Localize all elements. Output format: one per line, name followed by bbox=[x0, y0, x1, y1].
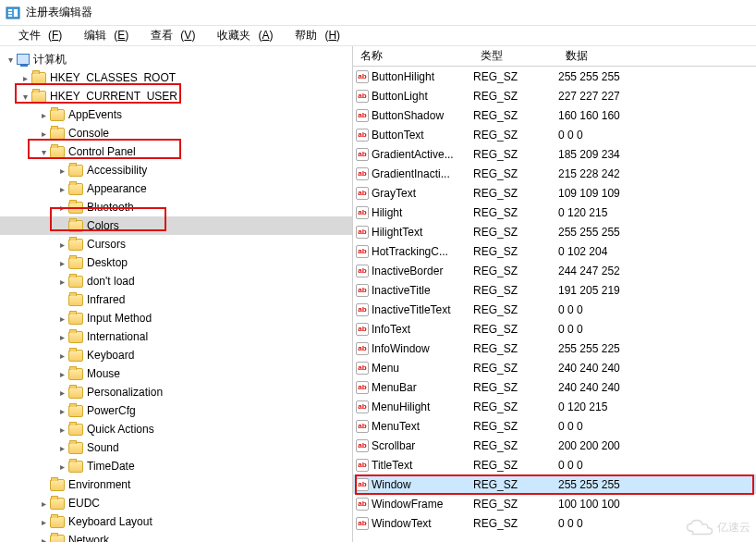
tree-item-sound[interactable]: ▸Sound bbox=[0, 438, 352, 457]
value-row[interactable]: abMenuBarREG_SZ240 240 240 bbox=[353, 377, 756, 397]
value-row[interactable]: abInactiveTitleREG_SZ191 205 219 bbox=[353, 280, 756, 300]
value-row[interactable]: abGrayTextREG_SZ109 109 109 bbox=[353, 183, 756, 203]
string-value-icon: ab bbox=[353, 90, 372, 103]
col-data[interactable]: 数据 bbox=[558, 46, 756, 66]
expand-icon[interactable]: ▸ bbox=[55, 406, 68, 416]
expand-icon[interactable]: ▸ bbox=[55, 184, 68, 194]
tree-item-desktop[interactable]: ▸Desktop bbox=[0, 253, 352, 272]
menu-help[interactable]: 帮助(H) bbox=[280, 26, 348, 45]
folder-icon bbox=[50, 498, 65, 510]
value-row[interactable]: abButtonLightREG_SZ227 227 227 bbox=[353, 86, 756, 105]
menu-favorites[interactable]: 收藏夹(A) bbox=[202, 26, 280, 45]
value-row[interactable]: abMenuREG_SZ240 240 240 bbox=[353, 358, 756, 377]
expand-icon[interactable]: ▸ bbox=[55, 277, 68, 287]
value-row[interactable]: abScrollbarREG_SZ200 200 200 bbox=[353, 436, 756, 455]
expand-icon[interactable]: ▸ bbox=[55, 351, 68, 361]
folder-icon bbox=[68, 276, 83, 288]
expand-icon[interactable]: ▸ bbox=[37, 536, 50, 543]
tree-item-cursors[interactable]: ▸Cursors bbox=[0, 235, 352, 253]
folder-icon bbox=[68, 183, 83, 195]
tree-keyboard-layout[interactable]: ▸Keyboard Layout bbox=[0, 512, 352, 531]
expand-icon[interactable]: ▸ bbox=[55, 425, 68, 435]
expand-icon[interactable]: ▸ bbox=[18, 73, 31, 83]
value-row[interactable]: abInactiveTitleTextREG_SZ0 0 0 bbox=[353, 300, 756, 319]
tree-hkcu[interactable]: ▾HKEY_CURRENT_USER bbox=[0, 87, 352, 105]
expand-icon[interactable]: ▸ bbox=[37, 110, 50, 120]
value-row[interactable]: abInfoTextREG_SZ0 0 0 bbox=[353, 319, 756, 339]
col-type[interactable]: 类型 bbox=[473, 46, 558, 66]
value-row[interactable]: abInfoWindowREG_SZ255 255 225 bbox=[353, 339, 756, 358]
folder-icon bbox=[68, 461, 83, 473]
expand-icon[interactable]: ▸ bbox=[55, 314, 68, 324]
value-row[interactable]: abButtonTextREG_SZ0 0 0 bbox=[353, 125, 756, 144]
registry-tree[interactable]: ▾ 计算机 ▸HKEY_CLASSES_ROOT ▾HKEY_CURRENT_U… bbox=[0, 46, 353, 542]
collapse-icon[interactable]: ▾ bbox=[18, 92, 31, 102]
expand-icon[interactable]: ▸ bbox=[55, 166, 68, 176]
expand-icon[interactable]: ▸ bbox=[55, 369, 68, 379]
tree-item-appearance[interactable]: ▸Appearance bbox=[0, 179, 352, 198]
tree-item-powercfg[interactable]: ▸PowerCfg bbox=[0, 401, 352, 420]
tree-eudc[interactable]: ▸EUDC bbox=[0, 494, 352, 512]
expand-icon[interactable]: ▸ bbox=[55, 388, 68, 398]
folder-icon bbox=[68, 442, 83, 454]
tree-item-colors[interactable]: Colors bbox=[0, 216, 352, 235]
value-row[interactable]: abWindowFrameREG_SZ100 100 100 bbox=[353, 494, 756, 513]
value-list[interactable]: 名称 类型 数据 abButtonHilightREG_SZ255 255 25… bbox=[353, 46, 756, 542]
tree-item-infrared[interactable]: Infrared bbox=[0, 290, 352, 309]
tree-hkcr[interactable]: ▸HKEY_CLASSES_ROOT bbox=[0, 68, 352, 87]
value-row[interactable]: abMenuHilightREG_SZ0 120 215 bbox=[353, 397, 756, 416]
string-value-icon: ab bbox=[353, 517, 372, 530]
tree-item-bluetooth[interactable]: ▸Bluetooth bbox=[0, 198, 352, 216]
value-row[interactable]: abMenuTextREG_SZ0 0 0 bbox=[353, 416, 756, 436]
expand-icon[interactable]: ▸ bbox=[37, 517, 50, 527]
tree-console[interactable]: ▸Console bbox=[0, 124, 352, 142]
folder-icon bbox=[68, 294, 83, 306]
value-row[interactable]: abHilightTextREG_SZ255 255 255 bbox=[353, 222, 756, 241]
menu-file[interactable]: 文件(F) bbox=[4, 26, 69, 45]
folder-icon bbox=[68, 387, 83, 399]
expand-icon[interactable]: ▸ bbox=[55, 258, 68, 268]
value-row[interactable]: abButtonHilightREG_SZ255 255 255 bbox=[353, 67, 756, 86]
value-row[interactable]: abButtonShadowREG_SZ160 160 160 bbox=[353, 105, 756, 125]
menu-view[interactable]: 查看(V) bbox=[136, 26, 202, 45]
collapse-icon[interactable]: ▾ bbox=[4, 55, 17, 65]
tree-item-input-method[interactable]: ▸Input Method bbox=[0, 309, 352, 327]
tree-item-timedate[interactable]: ▸TimeDate bbox=[0, 457, 352, 475]
tree-environment[interactable]: Environment bbox=[0, 475, 352, 494]
collapse-icon[interactable]: ▾ bbox=[37, 147, 50, 157]
expand-icon[interactable]: ▸ bbox=[55, 332, 68, 342]
tree-network[interactable]: ▸Network bbox=[0, 531, 352, 542]
col-name[interactable]: 名称 bbox=[353, 46, 473, 66]
tree-item-quick-actions[interactable]: ▸Quick Actions bbox=[0, 420, 352, 438]
tree-item-mouse[interactable]: ▸Mouse bbox=[0, 364, 352, 383]
string-value-icon: ab bbox=[353, 148, 372, 161]
value-row[interactable]: abWindowTextREG_SZ0 0 0 bbox=[353, 513, 756, 533]
value-row[interactable]: abWindowREG_SZ255 255 255 bbox=[353, 474, 756, 494]
expand-icon[interactable]: ▸ bbox=[55, 443, 68, 453]
value-row[interactable]: abHotTrackingC...REG_SZ0 102 204 bbox=[353, 241, 756, 261]
expand-icon[interactable]: ▸ bbox=[37, 129, 50, 139]
tree-item-don-t-load[interactable]: ▸don't load bbox=[0, 272, 352, 290]
tree-item-accessibility[interactable]: ▸Accessibility bbox=[0, 161, 352, 179]
value-row[interactable]: abGradientActive...REG_SZ185 209 234 bbox=[353, 144, 756, 164]
tree-appevents[interactable]: ▸AppEvents bbox=[0, 105, 352, 124]
value-row[interactable]: abInactiveBorderREG_SZ244 247 252 bbox=[353, 261, 756, 280]
tree-item-personalization[interactable]: ▸Personalization bbox=[0, 383, 352, 401]
expand-icon[interactable]: ▸ bbox=[55, 203, 68, 213]
value-row[interactable]: abTitleTextREG_SZ0 0 0 bbox=[353, 455, 756, 474]
tree-root[interactable]: ▾ 计算机 bbox=[0, 50, 352, 68]
tree-item-keyboard[interactable]: ▸Keyboard bbox=[0, 346, 352, 364]
menu-edit[interactable]: 编辑(E) bbox=[69, 26, 136, 45]
expand-icon[interactable]: ▸ bbox=[55, 462, 68, 472]
tree-control-panel[interactable]: ▾Control Panel bbox=[0, 142, 352, 161]
folder-icon bbox=[68, 331, 83, 343]
tree-item-international[interactable]: ▸International bbox=[0, 327, 352, 346]
value-row[interactable]: abGradientInacti...REG_SZ215 228 242 bbox=[353, 164, 756, 183]
string-value-icon: ab bbox=[353, 498, 372, 511]
value-row[interactable]: abHilightREG_SZ0 120 215 bbox=[353, 203, 756, 222]
string-value-icon: ab bbox=[353, 400, 372, 413]
expand-icon[interactable]: ▸ bbox=[37, 499, 50, 509]
svg-rect-2 bbox=[8, 12, 12, 14]
expand-icon[interactable]: ▸ bbox=[55, 240, 68, 250]
string-value-icon: ab bbox=[353, 323, 372, 336]
